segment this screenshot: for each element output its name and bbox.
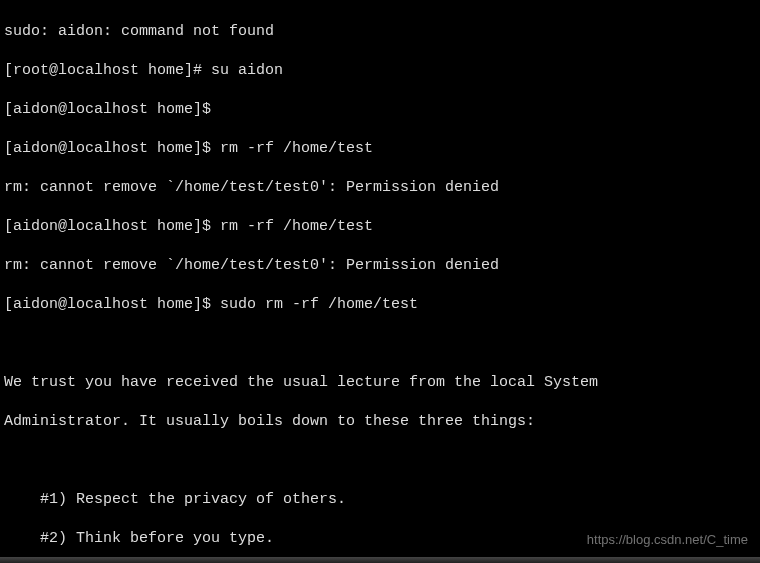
prompt-line: [root@localhost home]# su aidon	[4, 61, 756, 81]
prompt-line: [aidon@localhost home]$ rm -rf /home/tes…	[4, 139, 756, 159]
sudo-lecture: #1) Respect the privacy of others.	[4, 490, 756, 510]
prompt-line: [aidon@localhost home]$ sudo rm -rf /hom…	[4, 295, 756, 315]
prompt-line: [aidon@localhost home]$ rm -rf /home/tes…	[4, 217, 756, 237]
command: sudo rm -rf /home/test	[220, 296, 418, 313]
prompt: [aidon@localhost home]$	[4, 218, 220, 235]
blank-line	[4, 334, 756, 354]
error-line: rm: cannot remove `/home/test/test0': Pe…	[4, 256, 756, 276]
blank-line	[4, 451, 756, 471]
command: su aidon	[211, 62, 283, 79]
watermark-text: https://blog.csdn.net/C_time	[587, 532, 748, 549]
window-bottom-bar	[0, 557, 760, 563]
prompt: [root@localhost home]#	[4, 62, 211, 79]
sudo-lecture: Administrator. It usually boils down to …	[4, 412, 756, 432]
command: rm -rf /home/test	[220, 218, 373, 235]
prompt: [aidon@localhost home]$	[4, 296, 220, 313]
prompt: [aidon@localhost home]$	[4, 140, 220, 157]
prompt-line: [aidon@localhost home]$	[4, 100, 756, 120]
command: rm -rf /home/test	[220, 140, 373, 157]
terminal-output[interactable]: sudo: aidon: command not found [root@loc…	[4, 2, 756, 563]
output-line: sudo: aidon: command not found	[4, 22, 756, 42]
sudo-lecture: We trust you have received the usual lec…	[4, 373, 756, 393]
error-line: rm: cannot remove `/home/test/test0': Pe…	[4, 178, 756, 198]
